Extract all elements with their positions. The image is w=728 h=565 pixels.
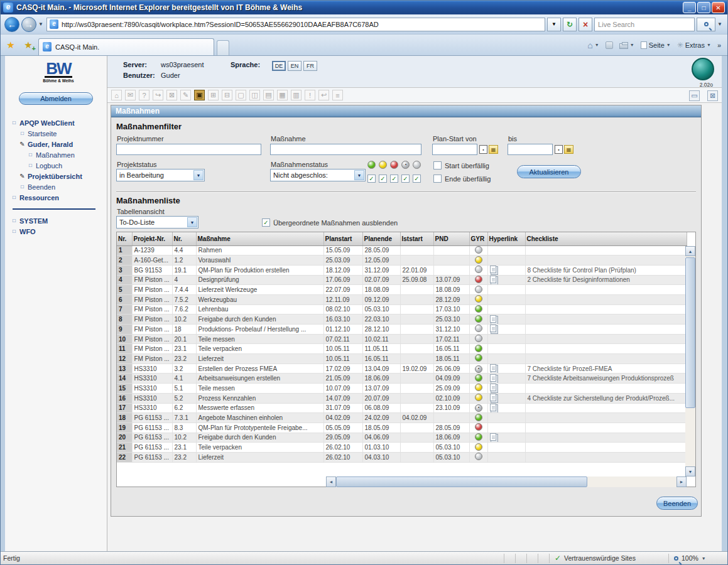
address-bar[interactable]: e http://ws03praesent:7890/casqit/workpl…	[46, 18, 545, 31]
column-header-gyr[interactable]: GYR	[469, 232, 487, 245]
table-row[interactable]: 2A-160-Get...1.2Vorauswahl25.03.0912.05.…	[117, 256, 687, 266]
page-menu-button[interactable]: Seite▼	[641, 41, 671, 49]
hyperlink-document-icon[interactable]	[490, 374, 496, 382]
copy-document-icon[interactable]: ◫	[249, 90, 260, 100]
sidebar-item-guder-harald[interactable]: ✎Guder, Harald	[11, 139, 104, 149]
window-close-all-icon[interactable]: ⊠	[707, 90, 718, 101]
trash-icon[interactable]: ⊠	[166, 90, 177, 100]
help-icon[interactable]: ?	[139, 90, 149, 100]
table-row[interactable]: 9FM Piston ...18Produktions- Probelauf /…	[117, 325, 687, 335]
sidebar-item-projekt-bersicht[interactable]: ✎Projektübersicht	[11, 171, 104, 181]
favorites-star-icon[interactable]: ★	[3, 38, 18, 53]
sidebar-item-system[interactable]: □SYSTEM	[11, 215, 104, 226]
mailbox-icon[interactable]: ✉	[125, 90, 136, 100]
document-refresh-icon[interactable]: ↩	[318, 90, 329, 100]
close-page-button[interactable]: Beenden	[656, 497, 698, 510]
massnahme-input[interactable]	[270, 144, 421, 155]
column-header-planende[interactable]: Planende	[362, 232, 400, 245]
close-button[interactable]: ✕	[712, 2, 725, 13]
checkbox-icon[interactable]: ✓	[390, 175, 398, 183]
address-dropdown-icon[interactable]: ▼	[547, 18, 561, 31]
refresh-filter-button[interactable]: Aktualisieren	[517, 165, 581, 178]
checkbox-icon[interactable]: ✓	[379, 175, 387, 183]
maximize-button[interactable]: □	[697, 2, 710, 13]
sidebar-item-apqp-webclient[interactable]: □APQP WebClient	[11, 117, 104, 128]
table-row[interactable]: 22PG 61153 ...23.2Lieferzeit26.02.1004.0…	[117, 452, 687, 462]
feeds-button[interactable]	[606, 41, 613, 49]
column-header-projekt-nr[interactable]: Projekt-Nr.	[132, 232, 172, 245]
table-row[interactable]: 20PG 61153 ...10.2Freigabe durch den Kun…	[117, 433, 687, 443]
table-row[interactable]: 21PG 61153 ...23.1Teile verpacken26.02.1…	[117, 443, 687, 453]
history-dropdown-icon[interactable]: ▼	[38, 21, 43, 27]
table-row[interactable]: 15HS33105.1Teile messen10.07.0913.07.092…	[117, 384, 687, 394]
end-overdue-checkbox[interactable]: Ende überfällig	[433, 175, 491, 183]
column-header-nr[interactable]: Nr.	[172, 232, 196, 245]
refresh-button[interactable]: ↻	[563, 18, 577, 31]
column-header-nr[interactable]: Nr.	[117, 232, 132, 245]
search-input[interactable]: Live Search	[594, 18, 695, 31]
zoom-pane[interactable]: 100% ▼	[668, 554, 725, 563]
window-tile-icon[interactable]: ▭	[689, 90, 700, 101]
table-row[interactable]: 17HS33106.2Messwerte erfassen31.07.0906.…	[117, 403, 687, 413]
sidebar-item-beenden[interactable]: □Beenden	[11, 181, 104, 192]
column-header-pnd[interactable]: PND	[433, 232, 469, 245]
table-row[interactable]: 19PG 61153 ...8.3QM-Plan für Prototypent…	[117, 422, 687, 433]
table-row[interactable]: 8FM Piston ...10.2Freigabe durch den Kun…	[117, 315, 687, 325]
new-document-icon[interactable]: ▢	[236, 90, 246, 100]
hyperlink-document-icon[interactable]	[490, 404, 496, 411]
print-menu-button[interactable]: ▼	[619, 41, 634, 49]
hyperlink-document-icon[interactable]	[490, 315, 496, 323]
hyperlink-document-icon[interactable]	[490, 394, 496, 401]
bis-calendar-icon[interactable]: ▦	[564, 145, 573, 154]
table-row[interactable]: 10FM Piston ...20.1Teile messen07.02.111…	[117, 334, 687, 344]
sidebar-item-ma-nahmen[interactable]: □Maßnahmen	[11, 149, 104, 160]
table-row[interactable]: 14HS33104.1Arbeitsanweisungen erstellen2…	[117, 374, 687, 384]
tags-icon[interactable]: ⊟	[222, 90, 232, 100]
orgchart-icon[interactable]: ⊞	[208, 90, 219, 100]
forward-button[interactable]: →	[21, 17, 36, 32]
table-row[interactable]: 3BG 9115319.1QM-Plan für Produktion erst…	[117, 265, 687, 275]
table-row[interactable]: 1A-12394.4Rahmen15.05.0928.05.09	[117, 245, 687, 256]
vertical-scroll-thumb[interactable]	[685, 257, 695, 408]
language-de-button[interactable]: DE	[272, 61, 286, 71]
search-options-icon[interactable]: ▼	[717, 21, 722, 27]
workplace-icon[interactable]: ▣	[194, 90, 205, 100]
hyperlink-document-icon[interactable]	[490, 325, 496, 332]
hyperlink-document-icon[interactable]	[490, 276, 496, 283]
planstart-von-input[interactable]	[432, 144, 477, 155]
minimize-button[interactable]: _	[683, 2, 696, 13]
table-row[interactable]: 16HS33105.2Prozess Kennzahlen14.07.0920.…	[117, 393, 687, 403]
column-header-hyperlink[interactable]: Hyperlink	[487, 232, 525, 245]
table-view-select[interactable]: To-Do-Liste▼	[116, 216, 198, 229]
document-info-icon[interactable]: ▤	[263, 90, 274, 100]
horizontal-scroll-thumb[interactable]	[336, 476, 587, 487]
column-header-planstart[interactable]: Planstart	[323, 232, 362, 245]
planstart-calendar-icon[interactable]: ▦	[489, 145, 498, 154]
edit-icon[interactable]: ✎	[180, 90, 191, 100]
column-header-checkliste[interactable]: Checkliste	[525, 232, 687, 245]
bis-input[interactable]	[508, 144, 553, 155]
table-row[interactable]: 4FM Piston ...4Designprüfung17.06.0902.0…	[117, 275, 687, 285]
sidebar-item-wfo[interactable]: □WFO	[11, 226, 104, 237]
status-filter-checkbox-gray[interactable]: ✓	[413, 172, 421, 183]
checkbox-icon[interactable]: ✓	[367, 175, 376, 183]
table-row[interactable]: 6FM Piston ...7.5.2Werkzeugbau12.11.0909…	[117, 294, 687, 304]
scroll-down-icon[interactable]: ▼	[685, 466, 695, 476]
projektnummer-input[interactable]	[116, 144, 261, 155]
home-icon[interactable]: ⌂	[111, 90, 122, 100]
language-en-button[interactable]: EN	[288, 61, 302, 71]
sidebar-item-ressourcen[interactable]: □Ressourcen	[11, 192, 104, 203]
print-document-icon[interactable]: ▥	[291, 90, 302, 100]
hide-parent-checkbox[interactable]: ✓ Übergeordnete Maßnahmen ausblenden	[262, 218, 398, 227]
table-row[interactable]: 18PG 61153 ...7.3.1Angebote Maschinen ei…	[117, 413, 687, 423]
checkbox-icon[interactable]: ✓	[401, 175, 410, 183]
scroll-right-icon[interactable]: ►	[676, 476, 687, 487]
hyperlink-document-icon[interactable]	[490, 364, 496, 372]
scroll-left-icon[interactable]: ◄	[326, 476, 336, 487]
add-favorite-icon[interactable]: ★	[21, 38, 36, 53]
document-alert-icon[interactable]: !	[305, 90, 315, 100]
home-menu-button[interactable]: ⌂▼	[587, 40, 599, 50]
hyperlink-document-icon[interactable]	[490, 384, 496, 391]
table-row[interactable]: 12FM Piston ...23.2Lieferzeit10.05.1116.…	[117, 354, 687, 364]
package-icon[interactable]: ▦	[277, 90, 288, 100]
